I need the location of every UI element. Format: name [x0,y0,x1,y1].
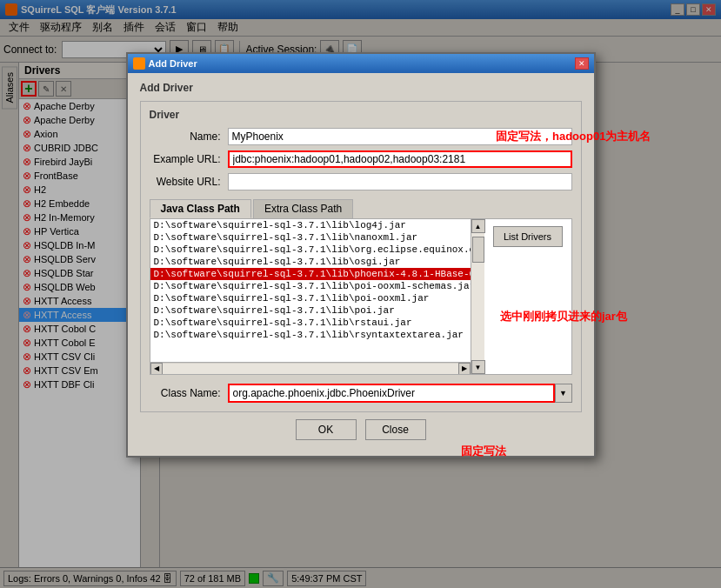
list-item[interactable]: D:\software\squirrel-sql-3.7.1\lib\log4j… [150,219,471,231]
list-item[interactable]: D:\software\squirrel-sql-3.7.1\lib\rsynt… [150,329,471,341]
list-item[interactable]: D:\software\squirrel-sql-3.7.1\lib\osgi.… [150,256,471,268]
close-modal-button[interactable]: Close [365,419,426,440]
horizontal-scrollbar[interactable]: ◀ ▶ [150,362,471,374]
vertical-scrollbar: ▲ ▼ [471,219,484,374]
example-url-label: Example URL: [150,153,228,165]
website-url-input[interactable] [228,173,572,190]
scroll-up-btn[interactable]: ▲ [471,219,485,233]
class-path-list[interactable]: D:\software\squirrel-sql-3.7.1\lib\log4j… [150,219,471,362]
website-url-row: Website URL: [150,173,572,190]
list-item[interactable]: D:\software\squirrel-sql-3.7.1\lib\poi.j… [150,304,471,317]
class-name-row: Class Name: ▼ [150,384,572,403]
scroll-track [163,364,458,374]
list-drivers-button[interactable]: List Drivers [493,226,563,247]
list-drivers-area: List Drivers [484,219,571,374]
modal-title-icon [133,57,145,70]
list-item[interactable]: D:\software\squirrel-sql-3.7.1\lib\org.e… [150,244,471,256]
list-item[interactable]: D:\software\squirrel-sql-3.7.1\lib\rstau… [150,317,471,329]
website-url-label: Website URL: [150,176,228,188]
list-item-selected[interactable]: D:\software\squirrel-sql-3.7.1\lib\phoen… [150,268,471,280]
class-name-dropdown[interactable]: ▼ [555,384,572,403]
list-item[interactable]: D:\software\squirrel-sql-3.7.1\lib\poi-o… [150,280,471,292]
class-name-label: Class Name: [150,387,228,399]
modal-overlay: Add Driver ✕ Add Driver Driver Name: Exa… [0,0,721,588]
class-path-tab-bar: Java Class Path Extra Class Path [150,199,572,218]
class-path-tab-content: D:\software\squirrel-sql-3.7.1\lib\log4j… [150,218,572,375]
modal-body: Add Driver Driver Name: Example URL: Web… [128,73,594,456]
modal-close-button[interactable]: ✕ [575,57,589,70]
scroll-down-btn[interactable]: ▼ [471,360,485,374]
driver-section-label: Driver [150,109,572,121]
list-item[interactable]: D:\software\squirrel-sql-3.7.1\lib\poi-o… [150,292,471,304]
modal-header-label: Add Driver [140,82,582,94]
name-input[interactable] [228,128,572,145]
list-item[interactable]: D:\software\squirrel-sql-3.7.1\lib\nanox… [150,231,471,244]
example-url-input[interactable] [228,150,572,168]
tab-java-class-path[interactable]: Java Class Path [150,199,251,218]
class-name-input[interactable] [228,384,555,403]
scroll-left-btn[interactable]: ◀ [150,363,163,375]
scroll-track [471,233,484,360]
scroll-right-btn[interactable]: ▶ [458,363,471,375]
modal-title-text: Add Driver [149,58,197,69]
ok-button[interactable]: OK [296,419,357,440]
name-row: Name: [150,128,572,145]
modal-title-left: Add Driver [133,57,197,70]
scroll-thumb[interactable] [472,237,484,263]
add-driver-modal: Add Driver ✕ Add Driver Driver Name: Exa… [126,52,596,458]
name-label: Name: [150,130,228,143]
modal-title-bar: Add Driver ✕ [128,54,594,73]
modal-footer: OK Close [140,412,582,444]
example-url-row: Example URL: [150,150,572,168]
tab-extra-class-path[interactable]: Extra Class Path [253,199,353,218]
